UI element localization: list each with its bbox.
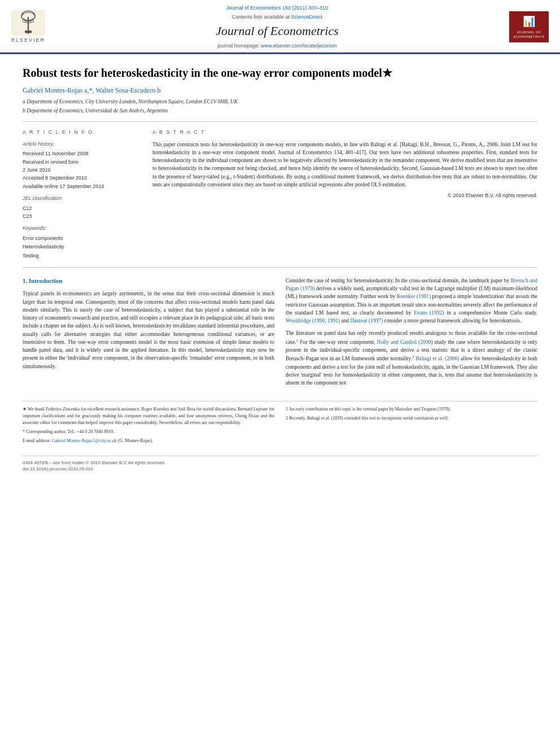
footnote1: 1 An early contribution on this topic is… [286, 406, 537, 413]
breusch-pagan-link[interactable]: Breusch and Pagan (1979) [286, 278, 537, 291]
journal-ref: Journal of Econometrics 160 (2011) 300–3… [56, 5, 498, 12]
holly-gardiol-link[interactable]: Holly and Gardiol (2000) [377, 339, 433, 345]
bottom-info: 0304-4076/$ – see front matter © 2010 El… [23, 456, 537, 472]
right-logo-container: 📊 JOURNAL OF ECONOMETRICS [509, 11, 549, 42]
accepted-date: Accepted 8 September 2010 [23, 174, 141, 182]
intro-paragraph2: Consider the case of testing for heteros… [286, 277, 537, 325]
intro-paragraph1: Typical panels in econometrics are large… [23, 290, 274, 370]
elsevier-logo: ELSEVIER [11, 10, 45, 44]
footnote2: 2 Recently, Baltagi et al. (2010) extend… [286, 415, 537, 422]
jel-section: JEL classification: C12 C23 [23, 195, 141, 220]
svg-rect-3 [25, 30, 32, 33]
affiliation-a: a Department of Economics, City Universi… [23, 98, 537, 106]
intro-section-title: Introduction [29, 277, 63, 284]
page: ELSEVIER Journal of Econometrics 160 (20… [0, 0, 560, 747]
copyright: © 2010 Elsevier B.V. All rights reserved… [152, 192, 537, 199]
koenker-link[interactable]: Koenker (1981) [397, 294, 431, 299]
keyword-testing: Testing [23, 252, 141, 260]
author-names: Gabriel Montes-Rojas a,*, Walter Sosa-Es… [23, 86, 160, 94]
available-online: Available online 17 September 2010 [23, 182, 141, 190]
jel-c12: C12 [23, 204, 141, 212]
article-info-section-label: A R T I C L E I N F O [23, 129, 141, 136]
keyword-heteroskedasticity: Heteroskedasticity [23, 243, 141, 251]
homepage-url[interactable]: www.elsevier.com/locate/jeconom [261, 43, 337, 49]
divider-after-abstract [23, 267, 537, 268]
journal-name-header: Journal of Econometrics [56, 23, 498, 40]
received-revised-label: Received in revised form [23, 158, 141, 166]
revised-date: 2 June 2010 [23, 166, 141, 174]
baltagi-link[interactable]: Baltagi et al. (2006) [415, 356, 459, 362]
journal-cover-logo: 📊 JOURNAL OF ECONOMETRICS [509, 11, 549, 42]
footnote-star: ★ We thank Federico Zincenko for excelle… [23, 406, 274, 426]
journal-homepage: journal homepage: www.elsevier.com/locat… [56, 42, 498, 50]
footnotes-left: ★ We thank Federico Zincenko for excelle… [23, 406, 274, 447]
elsevier-tree-icon [11, 10, 45, 36]
affiliation-b: b Department of Economics, Universidad d… [23, 107, 537, 115]
footnote-corresponding: * Corresponding author. Tel.: +44 0 20 7… [23, 429, 274, 435]
main-content: Robust tests for heteroskedasticity in t… [0, 54, 560, 483]
divider-after-affiliations [23, 121, 537, 122]
jel-c23: C23 [23, 212, 141, 220]
journal-header: ELSEVIER Journal of Econometrics 160 (20… [0, 0, 560, 53]
header-center: Journal of Econometrics 160 (2011) 300–3… [45, 5, 509, 50]
footnotes-row: ★ We thank Federico Zincenko for excelle… [23, 406, 537, 447]
received-date: Received 11 November 2008 [23, 150, 141, 158]
intro-paragraph3: The literature on panel data has only re… [286, 329, 537, 387]
article-info-abstract-row: A R T I C L E I N F O Article history: R… [23, 129, 537, 260]
abstract-column: A B S T R A C T This paper constructs te… [152, 129, 537, 260]
body-left-column: 1. Introduction Typical panels in econom… [23, 277, 274, 392]
dastoor-link[interactable]: Dastoor (1997) [351, 318, 383, 324]
right-logo-line2: ECONOMETRICS [513, 34, 544, 39]
body-right-column: Consider the case of testing for heteros… [286, 277, 537, 392]
bottom-doi: doi:10.1016/j.jeconom.2010.09.010 [23, 466, 537, 472]
body-content: 1. Introduction Typical panels in econom… [23, 277, 537, 392]
wooldridge-link[interactable]: Wooldridge (1990, 1991) [286, 318, 340, 324]
article-authors: Gabriel Montes-Rojas a,*, Walter Sosa-Es… [23, 86, 537, 95]
right-logo-line1: JOURNAL OF [517, 30, 541, 34]
article-title: Robust tests for heteroskedasticity in t… [23, 65, 537, 80]
history-label: Article history: [23, 141, 141, 148]
abstract-body: This paper constructs tests for heterosk… [152, 142, 537, 187]
sciencedirect-link[interactable]: ScienceDirect [291, 14, 323, 20]
intro-section-number: 1. [23, 277, 27, 284]
footnote-divider [23, 401, 537, 401]
abstract-section-label: A B S T R A C T [152, 129, 537, 136]
abstract-text: This paper constructs tests for heterosk… [152, 141, 537, 189]
bottom-issn: 0304-4076/$ – see front matter © 2010 El… [23, 460, 537, 466]
keyword-error-components: Error components [23, 234, 141, 243]
email-link[interactable]: Gabriel.Montes-Rojas.1@city.ac.uk [52, 438, 117, 443]
jel-label: JEL classification: [23, 195, 141, 202]
keywords-label: Keywords: [23, 225, 141, 232]
footnote-email: E-mail address: Gabriel.Montes-Rojas.1@c… [23, 438, 274, 444]
contents-label: Contents lists available at [232, 14, 290, 20]
footnotes-right: 1 An early contribution on this topic is… [286, 406, 537, 447]
cover-icon: 📊 [523, 15, 536, 29]
and-text: and [390, 347, 398, 353]
homepage-label: journal homepage: [217, 43, 260, 49]
evans-link[interactable]: Evans (1992) [414, 310, 444, 316]
article-info-column: A R T I C L E I N F O Article history: R… [23, 129, 141, 260]
keywords-section: Keywords: Error components Heteroskedast… [23, 225, 141, 260]
elsevier-text: ELSEVIER [11, 37, 45, 44]
